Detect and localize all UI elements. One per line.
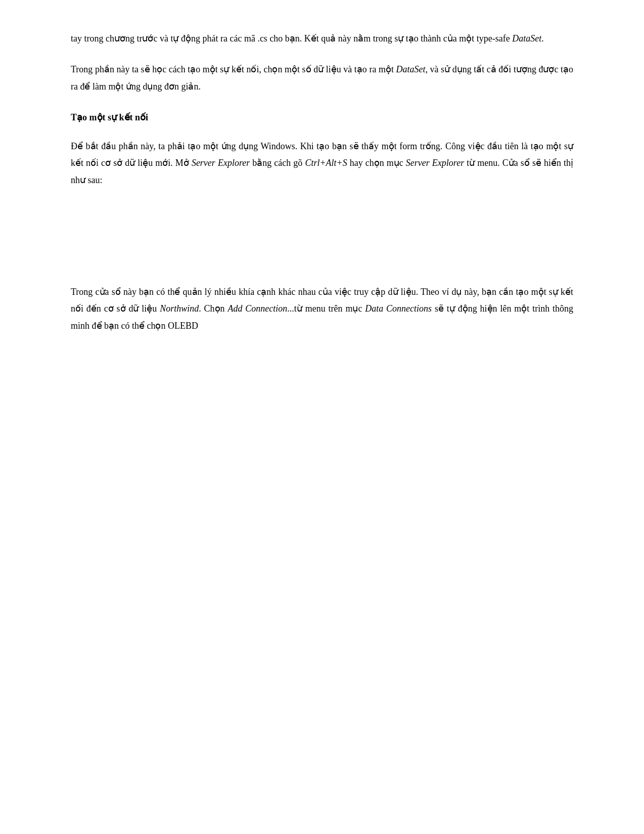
paragraph-4-italic2: Add Connection — [227, 303, 287, 314]
paragraph-4-mid2: ...từ menu trên mục — [287, 303, 365, 314]
page: tay trong chương trước và tự động phát r… — [0, 0, 644, 834]
image-placeholder — [71, 203, 573, 284]
paragraph-2: Trong phần này ta sẽ học cách tạo một sự… — [71, 61, 573, 95]
paragraph-4-mid1: . Chọn — [199, 303, 227, 314]
paragraph-3-italic2: Ctrl+Alt+S — [305, 158, 347, 168]
paragraph-2-italic: DataSet — [396, 64, 426, 74]
section-heading: Tạo một sự kết nối — [71, 109, 573, 126]
paragraph-4: Trong cửa sổ này bạn có thể quản lý nhiề… — [71, 284, 573, 334]
paragraph-3-mid2: hay chọn mục — [347, 158, 406, 168]
paragraph-3-mid1: bằng cách gõ — [250, 158, 305, 168]
paragraph-3-italic3: Server Explorer — [406, 158, 464, 168]
paragraph-4-italic1: Northwind — [160, 303, 199, 314]
paragraph-1-end: . — [541, 33, 544, 43]
paragraph-2-start: Trong phần này ta sẽ học cách tạo một sự… — [71, 64, 396, 74]
paragraph-3-italic1: Server Explorer — [192, 158, 250, 168]
paragraph-1-text: tay trong chương trước và tự động phát r… — [71, 33, 512, 43]
paragraph-1-italic: DataSet — [512, 33, 541, 43]
paragraph-3: Để bắt đầu phần này, ta phải tạo một ứng… — [71, 138, 573, 189]
paragraph-4-italic3: Data Connections — [365, 303, 432, 314]
paragraph-1: tay trong chương trước và tự động phát r… — [71, 30, 573, 47]
